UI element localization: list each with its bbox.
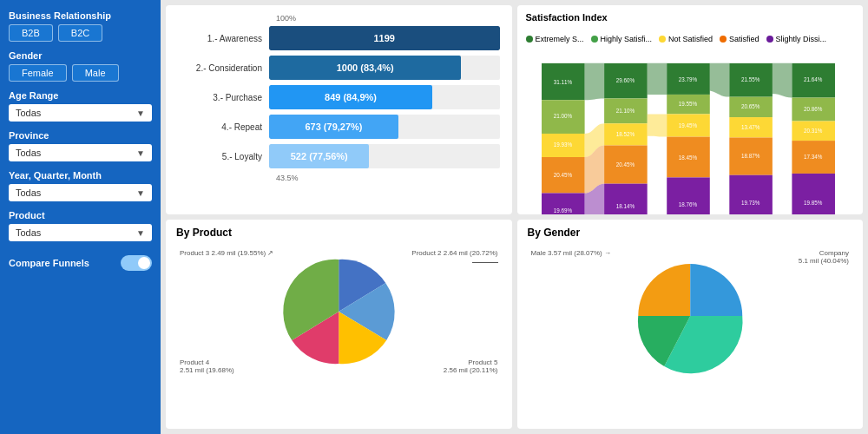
province-select[interactable]: Todas — [9, 144, 152, 161]
pct-label: 20.65% — [740, 103, 760, 109]
pct-label: 23.79% — [678, 76, 697, 82]
product-dropdown[interactable]: Todas ▼ — [9, 224, 152, 241]
pct-label: 19.69% — [553, 207, 572, 214]
pct-label: 18.14% — [615, 203, 635, 209]
funnel-bar-label: 5.- Loyalty — [178, 152, 269, 161]
b2c-button[interactable]: B2C — [58, 24, 102, 42]
ribbon-g-3-4 — [709, 63, 729, 97]
year-select[interactable]: Todas — [9, 184, 152, 201]
by-gender-chart: Male 3.57 mil (28.07%) → Company5.1 mil … — [528, 242, 853, 381]
sankey-chart: 31.11% 21.00% 19.93% 20.45% 19.69% 29.60… — [526, 54, 855, 214]
legend-label: Extremely S... — [536, 35, 584, 43]
sankey-svg: 31.11% 21.00% 19.93% 20.45% 19.69% 29.60… — [526, 54, 855, 214]
pct-label: 29.60% — [615, 77, 635, 83]
product-select[interactable]: Todas — [9, 224, 152, 241]
pct-label: 19.55% — [678, 101, 697, 107]
by-gender-title: By Gender — [528, 227, 853, 239]
funnel-bar-container: 1199 — [269, 26, 500, 50]
scale-bottom-label: 43.5% — [276, 174, 299, 182]
compare-funnels-row: Compare Funnels — [9, 255, 152, 271]
legend-item: Extremely S... — [526, 35, 584, 43]
b2b-button[interactable]: B2B — [9, 24, 53, 42]
satisfaction-legend: Extremely S...Highly Satisfi...Not Satis… — [526, 35, 827, 43]
compare-funnels-label: Compare Funnels — [9, 258, 89, 268]
pct-label: 20.45% — [553, 172, 572, 178]
main-content: 100% 1.- Awareness11992.- Consideration1… — [161, 0, 868, 434]
funnel-bar-row: 2.- Consideration1000 (83,4%) — [178, 56, 500, 80]
product2-label: Product 2 2.64 mil (20.72%) — [411, 249, 497, 265]
ribbon-g-4-5 — [772, 63, 792, 98]
funnel-bar-container: 849 (84,9%) — [269, 85, 500, 109]
by-product-chart: Product 2 2.64 mil (20.72%) Product 3 2.… — [176, 242, 502, 381]
pct-label: 18.87% — [740, 153, 760, 159]
pct-label: 18.45% — [678, 155, 697, 161]
company-label: Company5.1 mil (40.04%) — [799, 249, 849, 265]
legend-color-dot — [591, 36, 598, 43]
product-label: Product — [9, 210, 152, 220]
province-label: Province — [9, 130, 152, 141]
ribbon-g-2-3 — [647, 63, 667, 95]
legend-item: Not Satisfied — [659, 35, 713, 43]
gender-btn-group: Female Male — [9, 64, 152, 82]
pct-label: 19.85% — [804, 200, 823, 206]
business-relationship-label: Business Relationship — [9, 10, 152, 21]
ribbon-g-1-2 — [584, 63, 604, 100]
funnel-panel: 100% 1.- Awareness11992.- Consideration1… — [166, 5, 512, 214]
funnel-bar-container: 522 (77,56%) — [269, 144, 500, 168]
funnel-bar-row: 1.- Awareness1199 — [178, 26, 500, 50]
legend-item: Satisfied — [720, 35, 760, 43]
pct-label: 21.64% — [804, 76, 823, 82]
funnel-bar-label: 4.- Repeat — [178, 122, 269, 132]
pct-label: 31.11% — [553, 79, 572, 85]
funnel-bar-row: 3.- Purchase849 (84,9%) — [178, 85, 500, 109]
legend-color-dot — [766, 36, 773, 43]
pct-label: 18.76% — [678, 201, 697, 207]
product4-label: Product 42.51 mil (19.68%) — [180, 358, 234, 374]
sankey-col2-seg5 — [604, 184, 648, 214]
age-range-dropdown[interactable]: Todas ▼ — [9, 104, 152, 122]
sankey-col4-seg5 — [729, 175, 773, 214]
funnel-scale-top: 100% — [178, 14, 500, 23]
pie-seg-other — [690, 264, 742, 316]
funnel-bar-container: 673 (79,27%) — [269, 115, 500, 139]
funnel-bar-row: 5.- Loyalty522 (77,56%) — [178, 144, 500, 168]
business-btn-group: B2B B2C — [9, 24, 152, 42]
product3-label: Product 3 2.49 mil (19.55%) ↗ — [180, 249, 273, 257]
legend-label: Slightly Dissi... — [776, 35, 827, 43]
age-range-select[interactable]: Todas — [9, 104, 152, 122]
pct-label: 21.10% — [615, 108, 635, 114]
funnel-bar-label: 2.- Consideration — [178, 63, 269, 73]
year-dropdown[interactable]: Todas ▼ — [9, 184, 152, 201]
product5-label: Product 52.56 mil (20.11%) — [444, 358, 498, 374]
legend-label: Not Satisfied — [668, 35, 713, 43]
pct-label: 19.45% — [678, 122, 697, 128]
funnel-bar-fill: 522 (77,56%) — [269, 144, 369, 168]
satisfaction-panel: Satisfaction Index Extremely S...Highly … — [517, 5, 864, 214]
sankey-col5-seg5 — [792, 174, 835, 214]
compare-funnels-toggle[interactable] — [121, 255, 152, 271]
male-label: Male 3.57 mil (28.07%) → — [531, 249, 611, 257]
pct-label: 20.45% — [615, 161, 635, 168]
scale-top-label: 100% — [276, 14, 296, 23]
male-button[interactable]: Male — [72, 64, 119, 82]
female-button[interactable]: Female — [9, 64, 67, 82]
legend-item: Slightly Dissi... — [766, 35, 827, 43]
funnel-bar-fill: 1000 (83,4%) — [269, 56, 461, 80]
pct-label: 18.52% — [615, 131, 635, 137]
by-product-panel: By Product Product 2 2.64 mil (20.72%) P… — [166, 220, 512, 429]
pct-label: 20.86% — [804, 106, 823, 112]
by-product-title: By Product — [176, 227, 502, 239]
ribbon-y-2-3 — [647, 114, 667, 136]
funnel-bar-label: 1.- Awareness — [178, 34, 269, 43]
satisfaction-title: Satisfaction Index — [526, 12, 608, 23]
sidebar: Business Relationship B2B B2C Gender Fem… — [0, 0, 161, 434]
pct-label: 19.93% — [553, 141, 572, 148]
funnel-bar-fill: 673 (79,27%) — [269, 115, 398, 139]
funnel-bar-fill: 849 (84,9%) — [269, 85, 432, 109]
legend-color-dot — [720, 36, 727, 43]
funnel-bar-label: 3.- Purchase — [178, 93, 269, 102]
province-dropdown[interactable]: Todas ▼ — [9, 144, 152, 161]
funnel-bar-container: 1000 (83,4%) — [269, 56, 500, 80]
pct-label: 17.34% — [804, 154, 823, 160]
pct-label: 21.55% — [740, 76, 760, 82]
